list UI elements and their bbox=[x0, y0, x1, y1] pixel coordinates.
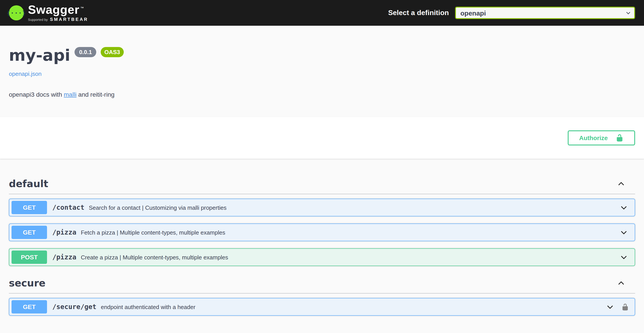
tag-section-default: default GET /contact Search for a contac… bbox=[9, 174, 635, 266]
opblock-get-contact[interactable]: GET /contact Search for a contact | Cust… bbox=[9, 199, 635, 216]
method-badge: GET bbox=[12, 201, 47, 214]
operation-path: /pizza bbox=[52, 253, 76, 261]
swagger-logo-icon: {···} bbox=[9, 5, 24, 20]
scheme-container: Authorize bbox=[0, 117, 644, 159]
expand-chevron-down-icon[interactable] bbox=[620, 228, 628, 236]
opblock-get-pizza[interactable]: GET /pizza Fetch a pizza | Multiple cont… bbox=[9, 224, 635, 241]
api-title: my-api bbox=[9, 46, 70, 64]
tag-name: default bbox=[9, 178, 48, 189]
description-text: openapi3 docs with bbox=[9, 91, 64, 98]
method-badge: GET bbox=[12, 226, 47, 239]
opblock-post-pizza[interactable]: POST /pizza Create a pizza | Multiple co… bbox=[9, 248, 635, 266]
expand-chevron-down-icon[interactable] bbox=[620, 203, 628, 212]
oas3-badge: OAS3 bbox=[101, 47, 124, 57]
operation-path: /secure/get bbox=[52, 303, 96, 311]
operation-summary: endpoint authenticated with a header bbox=[101, 304, 195, 310]
auth-lock-icon[interactable] bbox=[622, 303, 629, 310]
swagger-logo-link[interactable]: {···} Swagger™ Supported by SMARTBEAR bbox=[9, 4, 88, 22]
brand-name: Swagger™ bbox=[28, 4, 88, 16]
expand-chevron-down-icon[interactable] bbox=[606, 303, 614, 311]
tag-section-secure: secure GET /secure/get endpoint authenti… bbox=[9, 273, 635, 316]
definition-select-label: Select a definition bbox=[388, 9, 449, 17]
smartbear-brand: SMARTBEAR bbox=[50, 17, 88, 22]
api-description: openapi3 docs with malli and reitit-ring bbox=[9, 91, 635, 98]
description-text: and reitit-ring bbox=[76, 91, 114, 98]
collapse-chevron-up-icon[interactable] bbox=[617, 279, 625, 287]
operation-summary: Search for a contact | Customizing via m… bbox=[89, 204, 227, 211]
swagger-ui-page: {···} Swagger™ Supported by SMARTBEAR Se… bbox=[0, 0, 644, 333]
api-info-section: my-api 0.0.1 OAS3 openapi.json openapi3 … bbox=[0, 26, 644, 117]
method-badge: GET bbox=[12, 300, 47, 314]
tag-header-default[interactable]: default bbox=[9, 174, 635, 194]
opblock-get-secure-get[interactable]: GET /secure/get endpoint authenticated w… bbox=[9, 298, 635, 316]
tag-header-secure[interactable]: secure bbox=[9, 273, 635, 294]
operation-summary: Create a pizza | Multiple content-types,… bbox=[81, 254, 228, 260]
malli-link[interactable]: malli bbox=[64, 91, 77, 98]
version-badge: 0.0.1 bbox=[75, 47, 96, 57]
definition-select[interactable]: openapi bbox=[455, 7, 635, 19]
supported-by-label: Supported by bbox=[28, 18, 48, 22]
spec-url-link[interactable]: openapi.json bbox=[9, 70, 42, 77]
method-badge: POST bbox=[12, 250, 47, 264]
expand-chevron-down-icon[interactable] bbox=[620, 253, 628, 262]
operation-summary: Fetch a pizza | Multiple content-types, … bbox=[81, 229, 225, 236]
trademark-symbol: ™ bbox=[80, 6, 84, 10]
collapse-chevron-up-icon[interactable] bbox=[617, 180, 625, 188]
operation-path: /pizza bbox=[52, 228, 76, 236]
unlock-icon bbox=[616, 134, 624, 142]
authorize-button[interactable]: Authorize bbox=[568, 130, 635, 146]
authorize-label: Authorize bbox=[579, 134, 608, 142]
tag-name: secure bbox=[9, 278, 46, 289]
topbar: {···} Swagger™ Supported by SMARTBEAR Se… bbox=[0, 0, 644, 26]
operation-path: /contact bbox=[52, 204, 84, 212]
